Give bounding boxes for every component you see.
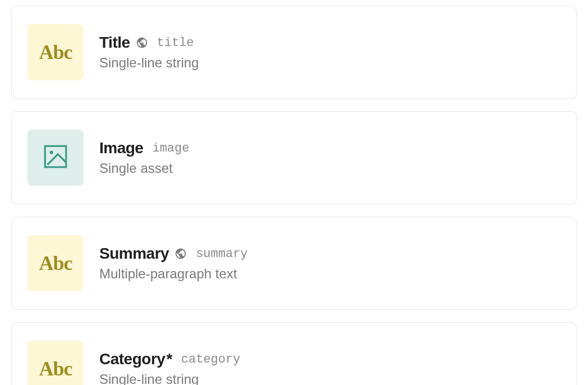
field-content: Title titleSingle-line string (99, 34, 199, 71)
text-type-icon: Abc (27, 24, 84, 80)
field-api-key: category (181, 352, 241, 366)
field-header: Category*category (99, 350, 240, 368)
abc-icon: Abc (39, 357, 72, 381)
field-content: Category*categorySingle-line string (99, 350, 240, 385)
field-title: Summary (99, 245, 169, 263)
field-description: Multiple-paragraph text (99, 266, 248, 282)
field-card-summary[interactable]: AbcSummary summaryMultiple-paragraph tex… (11, 217, 577, 310)
asset-type-icon (27, 130, 84, 186)
field-card-category[interactable]: AbcCategory*categorySingle-line string (11, 322, 577, 385)
field-api-key: title (157, 36, 194, 50)
field-api-key: image (152, 141, 189, 155)
field-description: Single asset (99, 161, 189, 176)
image-icon (42, 143, 70, 173)
field-header: Title title (99, 34, 199, 52)
text-type-icon: Abc (27, 341, 84, 385)
abc-icon: Abc (39, 251, 72, 275)
field-content: Summary summaryMultiple-paragraph text (99, 245, 248, 282)
field-description: Single-line string (99, 372, 240, 385)
field-header: Imageimage (99, 139, 189, 157)
field-card-title[interactable]: AbcTitle titleSingle-line string (11, 6, 577, 99)
field-description: Single-line string (99, 55, 199, 71)
abc-icon: Abc (39, 40, 72, 64)
field-header: Summary summary (99, 245, 248, 263)
field-api-key: summary (196, 247, 247, 261)
field-title: Image (99, 139, 143, 157)
svg-point-1 (50, 151, 53, 154)
field-title: Title (99, 34, 130, 52)
globe-icon (174, 247, 187, 260)
text-type-icon: Abc (27, 235, 84, 291)
field-title: Category (99, 350, 165, 368)
globe-icon (136, 36, 148, 49)
field-content: ImageimageSingle asset (99, 139, 189, 176)
required-indicator: * (166, 350, 172, 368)
field-card-image[interactable]: ImageimageSingle asset (11, 111, 577, 204)
